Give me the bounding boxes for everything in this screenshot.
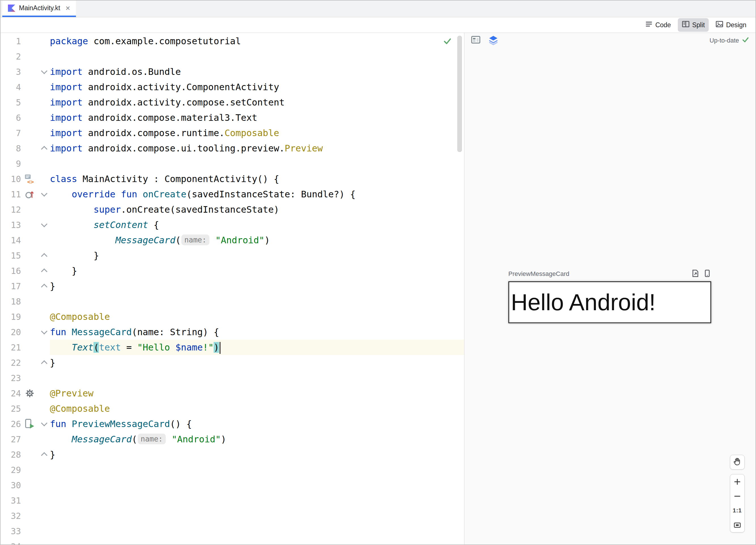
code-text[interactable]: import androidx.activity.ComponentActivi… — [50, 79, 464, 95]
code-line[interactable]: 18 — [1, 294, 464, 309]
code-text[interactable]: fun PreviewMessageCard() { — [50, 416, 464, 432]
code-line[interactable]: 32 — [1, 508, 464, 523]
fold-down-icon[interactable] — [39, 330, 50, 334]
code-line[interactable]: 24@Preview — [1, 386, 464, 401]
activity-marker-icon[interactable]: <> — [21, 173, 39, 184]
code-text[interactable]: super.onCreate(savedInstanceState) — [50, 202, 464, 217]
tab-mainactivity[interactable]: MainActivity.kt × — [2, 1, 76, 17]
fold-up-icon[interactable] — [39, 268, 50, 273]
code-text[interactable]: Text(text = "Hello $name!") — [50, 340, 464, 355]
code-text[interactable]: class MainActivity : ComponentActivity()… — [50, 171, 464, 186]
inspections-ok-icon[interactable] — [443, 37, 452, 46]
fit-to-window-button[interactable] — [730, 518, 744, 532]
line-number[interactable]: 27 — [1, 434, 21, 444]
code-view-button[interactable]: Code — [641, 18, 675, 32]
code-text[interactable]: } — [50, 447, 464, 462]
code-line[interactable]: 5import androidx.activity.compose.setCon… — [1, 95, 464, 110]
editor-scrollbar[interactable] — [457, 36, 462, 152]
code-line[interactable]: 10<>class MainActivity : ComponentActivi… — [1, 171, 464, 186]
line-number[interactable]: 16 — [1, 266, 21, 276]
code-line[interactable]: 16 } — [1, 263, 464, 279]
overriding-method-icon[interactable] — [21, 189, 39, 200]
code-line[interactable]: 29 — [1, 462, 464, 478]
line-number[interactable]: 23 — [1, 373, 21, 383]
zoom-in-button[interactable] — [730, 474, 744, 489]
code-line[interactable]: 11 override fun onCreate(savedInstanceSt… — [1, 186, 464, 202]
line-number[interactable]: 7 — [1, 128, 21, 138]
fold-up-icon[interactable] — [39, 452, 50, 457]
fold-up-icon[interactable] — [39, 361, 50, 365]
code-line[interactable]: 21 Text(text = "Hello $name!") — [1, 340, 464, 355]
line-number[interactable]: 24 — [1, 389, 21, 398]
code-line[interactable]: 23 — [1, 370, 464, 386]
line-number[interactable]: 28 — [1, 450, 21, 460]
code-text[interactable]: import androidx.compose.runtime.Composab… — [50, 125, 464, 141]
layers-icon[interactable] — [488, 35, 498, 46]
code-line[interactable]: 4import androidx.activity.ComponentActiv… — [1, 79, 464, 95]
preview-render-frame[interactable]: Hello Android! — [508, 281, 711, 323]
line-number[interactable]: 22 — [1, 358, 21, 368]
design-view-button[interactable]: Design — [712, 18, 750, 32]
code-editor[interactable]: 1package com.example.composetutorial23im… — [1, 33, 464, 544]
code-line[interactable]: 22} — [1, 355, 464, 370]
code-text[interactable]: import androidx.compose.ui.tooling.previ… — [50, 141, 464, 156]
code-text[interactable]: } — [50, 248, 464, 263]
pan-button[interactable] — [730, 455, 745, 470]
fold-up-icon[interactable] — [39, 253, 50, 258]
fold-down-icon[interactable] — [39, 222, 50, 227]
line-number[interactable]: 15 — [1, 251, 21, 260]
line-number[interactable]: 25 — [1, 404, 21, 414]
line-number[interactable]: 14 — [1, 235, 21, 245]
line-number[interactable]: 11 — [1, 189, 21, 199]
code-line[interactable]: 19@Composable — [1, 309, 464, 325]
fold-up-icon[interactable] — [39, 284, 50, 289]
line-number[interactable]: 17 — [1, 281, 21, 291]
code-text[interactable]: import androidx.compose.material3.Text — [50, 110, 464, 125]
ui-check-icon[interactable] — [471, 35, 481, 46]
code-line[interactable]: 28} — [1, 447, 464, 462]
fold-down-icon[interactable] — [39, 69, 50, 74]
line-number[interactable]: 19 — [1, 312, 21, 322]
code-line[interactable]: 25@Composable — [1, 401, 464, 416]
code-line[interactable]: 8import androidx.compose.ui.tooling.prev… — [1, 141, 464, 156]
line-number[interactable]: 34 — [1, 542, 21, 545]
run-on-device-icon[interactable] — [703, 269, 711, 279]
code-line[interactable]: 31 — [1, 493, 464, 508]
code-line[interactable]: 2 — [1, 49, 464, 64]
line-number[interactable]: 6 — [1, 113, 21, 123]
close-icon[interactable]: × — [65, 4, 70, 12]
code-text[interactable]: MessageCard(name: "Android") — [50, 432, 464, 447]
code-text[interactable]: override fun onCreate(savedInstanceState… — [50, 186, 464, 202]
line-number[interactable]: 2 — [1, 52, 21, 61]
code-line[interactable]: 6import androidx.compose.material3.Text — [1, 110, 464, 125]
fold-down-icon[interactable] — [39, 192, 50, 196]
line-number[interactable]: 20 — [1, 327, 21, 337]
line-number[interactable]: 3 — [1, 67, 21, 77]
line-number[interactable]: 5 — [1, 97, 21, 107]
code-line[interactable]: 26fun PreviewMessageCard() { — [1, 416, 464, 432]
line-number[interactable]: 13 — [1, 220, 21, 230]
line-number[interactable]: 9 — [1, 159, 21, 169]
code-line[interactable]: 3import android.os.Bundle — [1, 64, 464, 79]
code-text[interactable]: } — [50, 355, 464, 370]
split-view-button[interactable]: Split — [678, 18, 709, 32]
line-number[interactable]: 8 — [1, 143, 21, 153]
line-number[interactable]: 29 — [1, 465, 21, 475]
actual-size-button[interactable]: 1:1 — [730, 503, 744, 518]
jump-to-source-icon[interactable] — [691, 269, 699, 279]
code-text[interactable]: @Composable — [50, 401, 464, 416]
code-line[interactable]: 30 — [1, 478, 464, 493]
line-number[interactable]: 21 — [1, 343, 21, 353]
fold-up-icon[interactable] — [39, 146, 50, 150]
code-text[interactable]: setContent { — [50, 217, 464, 232]
code-text[interactable]: package com.example.composetutorial — [50, 33, 464, 49]
fold-down-icon[interactable] — [39, 422, 50, 426]
code-text[interactable]: } — [50, 279, 464, 294]
code-line[interactable]: 17} — [1, 279, 464, 294]
settings-gear-icon[interactable] — [21, 388, 39, 398]
code-text[interactable]: @Composable — [50, 309, 464, 325]
line-number[interactable]: 1 — [1, 36, 21, 46]
run-preview-icon[interactable] — [21, 418, 39, 430]
code-line[interactable]: 1package com.example.composetutorial — [1, 33, 464, 49]
code-text[interactable]: MessageCard(name: "Android") — [50, 232, 464, 248]
